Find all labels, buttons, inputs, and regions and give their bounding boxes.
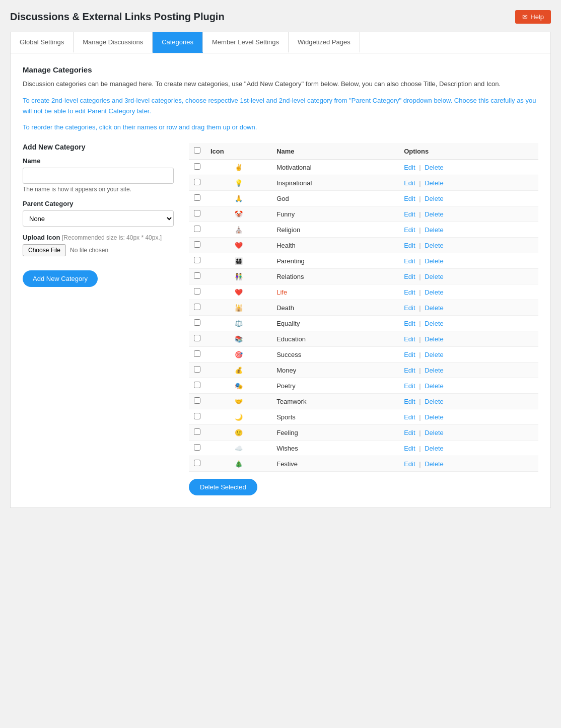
row-checkbox[interactable]	[194, 194, 200, 201]
delete-selected-button[interactable]: Delete Selected	[189, 479, 257, 495]
row-checkbox[interactable]	[194, 335, 200, 341]
row-checkbox[interactable]	[194, 382, 200, 388]
tab-categories[interactable]: Categories	[153, 32, 203, 53]
edit-link[interactable]: Edit	[404, 445, 415, 452]
options-separator: |	[419, 210, 420, 218]
row-options: Edit | Delete	[399, 175, 538, 191]
row-checkbox[interactable]	[194, 350, 200, 357]
edit-link[interactable]: Edit	[404, 210, 415, 218]
add-category-form: Add New Category Name The name is how it…	[23, 143, 174, 495]
select-all-checkbox[interactable]	[194, 147, 200, 154]
row-checkbox[interactable]	[194, 366, 200, 373]
row-checkbox-cell	[189, 409, 205, 425]
row-icon: ☁️	[205, 441, 271, 456]
row-checkbox[interactable]	[194, 413, 200, 419]
delete-link[interactable]: Delete	[425, 257, 444, 265]
edit-link[interactable]: Edit	[404, 304, 415, 312]
row-name: Sports	[271, 409, 399, 425]
row-checkbox[interactable]	[194, 210, 200, 216]
row-checkbox[interactable]	[194, 257, 200, 263]
row-options: Edit | Delete	[399, 206, 538, 222]
delete-link[interactable]: Delete	[425, 413, 444, 421]
tab-widgetized-pages[interactable]: Widgetized Pages	[289, 32, 360, 53]
edit-link[interactable]: Edit	[404, 164, 415, 171]
row-checkbox[interactable]	[194, 179, 200, 185]
help-button[interactable]: ✉ Help	[515, 10, 551, 24]
edit-link[interactable]: Edit	[404, 288, 415, 296]
tabs-bar: Global Settings Manage Discussions Categ…	[10, 32, 551, 53]
delete-link[interactable]: Delete	[425, 288, 444, 296]
content-area: Add New Category Name The name is how it…	[23, 143, 538, 495]
edit-link[interactable]: Edit	[404, 273, 415, 280]
delete-link[interactable]: Delete	[425, 398, 444, 405]
delete-link[interactable]: Delete	[425, 242, 444, 249]
row-checkbox[interactable]	[194, 288, 200, 295]
edit-link[interactable]: Edit	[404, 257, 415, 265]
table-row: 🕌 Death Edit | Delete	[189, 300, 538, 316]
delete-link[interactable]: Delete	[425, 351, 444, 358]
delete-link[interactable]: Delete	[425, 226, 444, 234]
row-checkbox[interactable]	[194, 163, 200, 170]
row-options: Edit | Delete	[399, 316, 538, 331]
tab-global-settings[interactable]: Global Settings	[11, 32, 74, 53]
options-separator: |	[419, 164, 420, 171]
delete-link[interactable]: Delete	[425, 195, 444, 202]
table-row: 🌙 Sports Edit | Delete	[189, 409, 538, 425]
delete-link[interactable]: Delete	[425, 382, 444, 390]
row-checkbox[interactable]	[194, 241, 200, 248]
edit-link[interactable]: Edit	[404, 367, 415, 374]
row-name: Parenting	[271, 253, 399, 269]
edit-link[interactable]: Edit	[404, 195, 415, 202]
row-checkbox-cell	[189, 394, 205, 409]
delete-link[interactable]: Delete	[425, 460, 444, 468]
delete-link[interactable]: Delete	[425, 164, 444, 171]
delete-link[interactable]: Delete	[425, 429, 444, 436]
tab-member-level-settings[interactable]: Member Level Settings	[203, 32, 289, 53]
row-checkbox-cell	[189, 175, 205, 191]
edit-link[interactable]: Edit	[404, 242, 415, 249]
delete-link[interactable]: Delete	[425, 273, 444, 280]
row-checkbox[interactable]	[194, 460, 200, 466]
edit-link[interactable]: Edit	[404, 351, 415, 358]
row-name: Relations	[271, 269, 399, 284]
delete-link[interactable]: Delete	[425, 304, 444, 312]
edit-link[interactable]: Edit	[404, 226, 415, 234]
edit-link[interactable]: Edit	[404, 179, 415, 187]
choose-file-button[interactable]: Choose File	[23, 244, 66, 256]
table-row: 🎯 Success Edit | Delete	[189, 347, 538, 362]
row-checkbox[interactable]	[194, 319, 200, 326]
edit-link[interactable]: Edit	[404, 398, 415, 405]
desc1: Discussion categories can be managed her…	[23, 79, 538, 90]
help-icon: ✉	[522, 13, 528, 21]
row-options: Edit | Delete	[399, 362, 538, 378]
row-checkbox[interactable]	[194, 304, 200, 310]
row-checkbox[interactable]	[194, 444, 200, 451]
delete-link[interactable]: Delete	[425, 179, 444, 187]
edit-link[interactable]: Edit	[404, 460, 415, 468]
options-separator: |	[419, 351, 420, 358]
main-card: Manage Categories Discussion categories …	[10, 53, 551, 508]
delete-link[interactable]: Delete	[425, 320, 444, 327]
upload-hint: [Recommended size is: 40px * 40px.]	[62, 234, 162, 241]
name-input[interactable]	[23, 168, 174, 184]
row-icon: 💡	[205, 175, 271, 191]
delete-link[interactable]: Delete	[425, 367, 444, 374]
delete-link[interactable]: Delete	[425, 210, 444, 218]
delete-link[interactable]: Delete	[425, 445, 444, 452]
row-checkbox[interactable]	[194, 397, 200, 404]
parent-category-select[interactable]: None	[23, 210, 174, 227]
edit-link[interactable]: Edit	[404, 413, 415, 421]
add-new-category-button[interactable]: Add New Category	[23, 270, 98, 287]
edit-link[interactable]: Edit	[404, 335, 415, 343]
row-checkbox-cell	[189, 316, 205, 331]
upload-icon-group: Upload Icon [Recommended size is: 40px *…	[23, 234, 174, 256]
edit-link[interactable]: Edit	[404, 320, 415, 327]
row-checkbox[interactable]	[194, 272, 200, 279]
edit-link[interactable]: Edit	[404, 382, 415, 390]
edit-link[interactable]: Edit	[404, 429, 415, 436]
row-checkbox[interactable]	[194, 226, 200, 232]
tab-manage-discussions[interactable]: Manage Discussions	[74, 32, 153, 53]
row-checkbox[interactable]	[194, 428, 200, 435]
delete-link[interactable]: Delete	[425, 335, 444, 343]
row-name: Feeling	[271, 425, 399, 441]
